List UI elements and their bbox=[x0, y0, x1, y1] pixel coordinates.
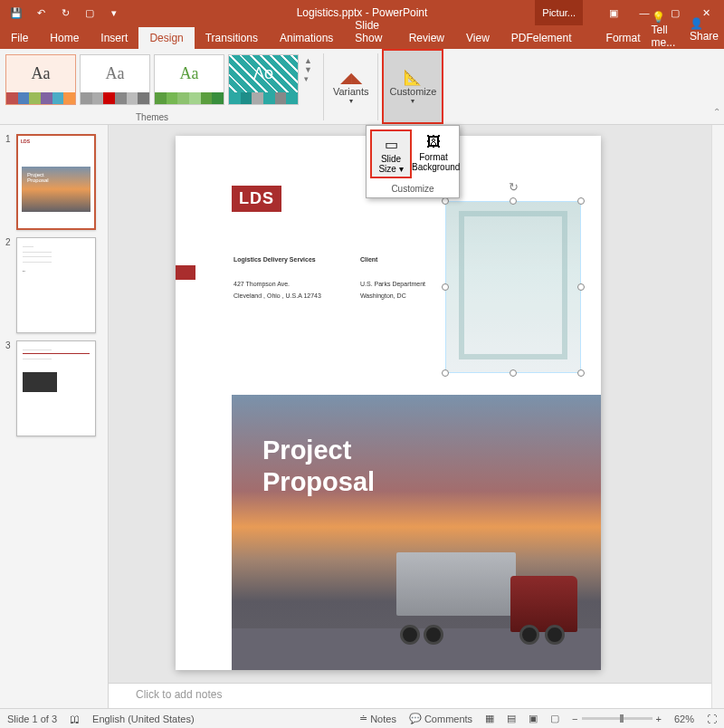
slide-editor[interactable]: LDS Logistics Delivery Services 427 Thom… bbox=[109, 125, 724, 708]
resize-handle[interactable] bbox=[510, 369, 517, 377]
status-bar: Slide 1 of 3 🕮 English (United States) ≐… bbox=[0, 708, 724, 728]
resize-handle[interactable] bbox=[442, 197, 449, 205]
share-button[interactable]: 👤 Share bbox=[690, 17, 719, 43]
gallery-more-icon[interactable]: ▾ bbox=[304, 74, 312, 83]
theme-2[interactable]: Aa bbox=[80, 54, 150, 105]
slide-size-button[interactable]: ▭Slide Size ▾ bbox=[370, 129, 412, 178]
undo-icon[interactable]: ↶ bbox=[30, 3, 52, 23]
zoom-slider[interactable]: − + bbox=[572, 714, 662, 724]
resize-handle[interactable] bbox=[577, 197, 585, 205]
slide-thumbnails: 1LDSProjectProposal 2———————————————————… bbox=[0, 125, 109, 708]
tab-file[interactable]: File bbox=[0, 27, 39, 49]
notes-button[interactable]: ≐ Notes bbox=[359, 713, 396, 724]
selected-picture[interactable]: ↻ bbox=[445, 201, 581, 373]
resize-handle[interactable] bbox=[577, 369, 585, 377]
hero-image[interactable]: ProjectProposal bbox=[232, 395, 601, 670]
fit-to-window-icon[interactable]: ⛶ bbox=[707, 714, 717, 724]
zoom-in-icon[interactable]: + bbox=[656, 714, 662, 724]
notes-pane[interactable]: Click to add notes bbox=[109, 683, 711, 708]
resize-handle[interactable] bbox=[442, 369, 449, 377]
language-indicator[interactable]: English (United States) bbox=[92, 714, 195, 724]
resize-handle[interactable] bbox=[577, 283, 585, 291]
tab-view[interactable]: View bbox=[455, 27, 500, 49]
client-info[interactable]: Client U.S. Parks Department Washington,… bbox=[360, 254, 425, 302]
ribbon-tabs: File Home Insert Design Transitions Anim… bbox=[0, 25, 724, 49]
company-info[interactable]: Logistics Delivery Services 427 Thompson… bbox=[233, 254, 321, 302]
red-accent bbox=[176, 265, 195, 280]
hero-title[interactable]: ProjectProposal bbox=[262, 435, 375, 498]
zoom-level[interactable]: 62% bbox=[674, 714, 694, 724]
gallery-up-icon[interactable]: ▲ bbox=[304, 56, 312, 65]
tab-format[interactable]: Format bbox=[595, 27, 652, 49]
ribbon: Aa Aa Aa Λο ▲▼▾ Themes ◢◣Variants▾ 📐Cust… bbox=[0, 49, 724, 125]
resize-handle[interactable] bbox=[442, 283, 449, 291]
qat-more-icon[interactable]: ▾ bbox=[103, 3, 125, 23]
thumbnail-1[interactable]: LDSProjectProposal bbox=[16, 134, 96, 230]
view-sorter-icon[interactable]: ▤ bbox=[507, 713, 516, 724]
tab-animations[interactable]: Animations bbox=[269, 27, 344, 49]
gallery-down-icon[interactable]: ▼ bbox=[304, 65, 312, 74]
comments-button[interactable]: 💬 Comments bbox=[409, 713, 472, 724]
theme-4[interactable]: Λο bbox=[228, 54, 299, 105]
tab-insert[interactable]: Insert bbox=[90, 27, 138, 49]
tab-transitions[interactable]: Transitions bbox=[195, 27, 269, 49]
spellcheck-icon[interactable]: 🕮 bbox=[70, 714, 80, 724]
truck-graphic bbox=[396, 545, 577, 645]
tab-pdfelement[interactable]: PDFelement bbox=[500, 27, 583, 49]
save-icon[interactable]: 💾 bbox=[5, 3, 27, 23]
customize-dropdown: ▭Slide Size ▾ 🖼Format Background Customi… bbox=[366, 125, 460, 198]
theme-3[interactable]: Aa bbox=[154, 54, 224, 105]
tab-home[interactable]: Home bbox=[39, 27, 90, 49]
customize-button[interactable]: 📐Customize▾ bbox=[382, 49, 443, 124]
view-reading-icon[interactable]: ▣ bbox=[529, 713, 538, 724]
theme-1[interactable]: Aa bbox=[5, 54, 76, 105]
slide-indicator[interactable]: Slide 1 of 3 bbox=[7, 714, 57, 724]
thumbnail-2[interactable]: ———————————————————————————▪▪ bbox=[16, 237, 96, 333]
variants-button[interactable]: ◢◣Variants▾ bbox=[328, 49, 375, 124]
tab-review[interactable]: Review bbox=[398, 27, 455, 49]
collapse-ribbon-icon[interactable]: ⌃ bbox=[713, 107, 720, 117]
workspace: 1LDSProjectProposal 2———————————————————… bbox=[0, 125, 724, 708]
ribbon-options-icon[interactable]: ▣ bbox=[599, 3, 628, 23]
zoom-out-icon[interactable]: − bbox=[572, 714, 577, 724]
redo-icon[interactable]: ↻ bbox=[54, 3, 76, 23]
logo-lds[interactable]: LDS bbox=[232, 186, 281, 212]
dropdown-group-label: Customize bbox=[367, 182, 459, 197]
view-slideshow-icon[interactable]: ▢ bbox=[550, 713, 559, 724]
vertical-scrollbar[interactable] bbox=[711, 125, 724, 708]
picture-tools-tab[interactable]: Pictur... bbox=[535, 0, 583, 25]
startfromtop-icon[interactable]: ▢ bbox=[79, 3, 100, 23]
tab-design[interactable]: Design bbox=[138, 27, 194, 49]
view-normal-icon[interactable]: ▦ bbox=[485, 713, 494, 724]
tab-slideshow[interactable]: Slide Show bbox=[344, 14, 397, 49]
slide-canvas: LDS Logistics Delivery Services 427 Thom… bbox=[176, 136, 601, 670]
themes-label: Themes bbox=[136, 112, 168, 122]
thumbnail-3[interactable]: ———————————————— bbox=[16, 340, 96, 436]
format-background-button[interactable]: 🖼Format Background bbox=[412, 129, 455, 178]
resize-handle[interactable] bbox=[510, 197, 517, 205]
rotate-handle-icon[interactable]: ↻ bbox=[509, 180, 519, 194]
tell-me[interactable]: 💡 Tell me... bbox=[652, 11, 681, 49]
